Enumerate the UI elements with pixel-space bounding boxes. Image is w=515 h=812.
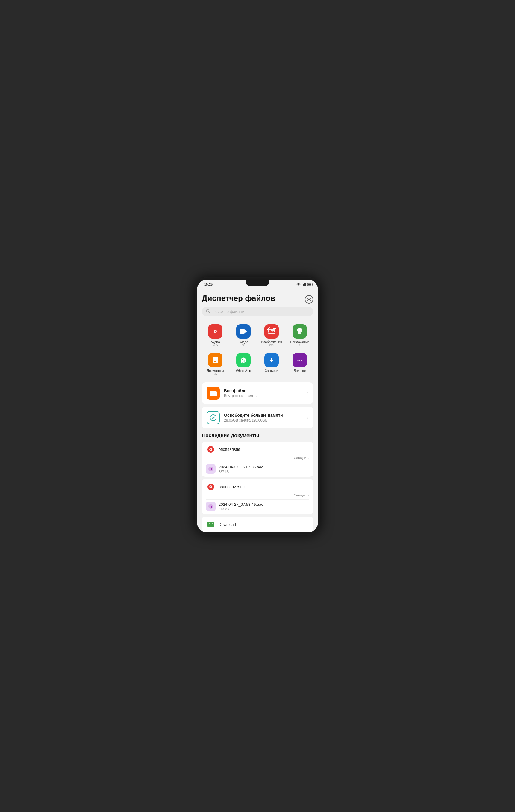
recent-name-0: 0505985859	[219, 447, 240, 452]
docs-count: 26	[213, 372, 217, 376]
category-apps[interactable]: Приложения 1	[286, 322, 313, 349]
audio-size-0: 387 kB	[219, 470, 263, 473]
cleanup-title: Освободите больше памяти	[224, 413, 307, 418]
audio-text-1: 2024-04-27_07.53.49.aac 373 kB	[219, 502, 263, 511]
image-count: 215	[269, 344, 274, 347]
main-content: Диспетчер файлов Поиск по файлам	[197, 288, 318, 532]
folder-icon	[207, 386, 220, 400]
all-files-text: Все файлы Внутренняя память	[224, 388, 307, 398]
svg-rect-14	[240, 329, 245, 334]
svg-point-33	[297, 359, 299, 361]
svg-point-34	[299, 359, 300, 361]
svg-rect-1	[303, 284, 304, 286]
search-bar[interactable]: Поиск по файлам	[202, 307, 313, 316]
wifi-icon	[296, 283, 301, 286]
divider-0	[206, 462, 309, 462]
more-label: Больше	[294, 369, 306, 372]
whatsapp-count: 0	[243, 372, 244, 376]
search-icon	[206, 309, 210, 314]
category-more[interactable]: Больше	[286, 351, 313, 378]
audio-size-1: 373 kB	[219, 507, 263, 511]
category-images[interactable]: Изображения 215	[258, 322, 285, 349]
recent-item-0[interactable]: 0505985859 Сегодня ›	[202, 442, 313, 477]
recent-icon-0	[206, 445, 216, 454]
recent-chevron-1: ›	[307, 493, 309, 498]
svg-point-25	[300, 332, 301, 332]
recent-date-2: Вчера	[297, 531, 306, 532]
battery-icon	[307, 283, 313, 286]
status-icons	[296, 283, 313, 286]
signal-icon	[302, 283, 306, 286]
eye-icon	[307, 297, 311, 301]
audio-icon	[208, 324, 222, 339]
status-time: 15:25	[204, 283, 213, 286]
downloads-label: Загрузки	[265, 369, 278, 372]
recent-row-2: Download	[206, 520, 309, 529]
audio-count: 285	[213, 344, 218, 347]
audio-row-1: 2024-04-27_07.53.49.aac 373 kB	[206, 501, 309, 511]
recent-date-row-1: Сегодня ›	[206, 493, 309, 498]
svg-point-13	[215, 331, 216, 332]
recent-icon-1	[206, 482, 216, 492]
svg-point-18	[270, 330, 271, 331]
svg-point-39	[210, 449, 211, 450]
svg-point-24	[299, 332, 299, 332]
audio-name-1: 2024-04-27_07.53.49.aac	[219, 502, 263, 507]
eye-button[interactable]	[305, 295, 313, 303]
recent-item-2[interactable]: Download Вчера ›	[202, 517, 313, 532]
apps-icon	[293, 324, 307, 339]
svg-line-10	[209, 312, 210, 313]
audio-icon-1	[206, 501, 216, 511]
svg-point-47	[212, 523, 213, 524]
recent-date-0: Сегодня	[294, 456, 306, 460]
category-docs[interactable]: Документы 26	[202, 351, 229, 378]
svg-rect-3	[305, 283, 306, 286]
svg-rect-6	[308, 284, 311, 285]
category-whatsapp[interactable]: WhatsApp 0	[230, 351, 257, 378]
svg-point-8	[308, 299, 310, 300]
video-count: 18	[242, 344, 245, 347]
audio-name-0: 2024-04-27_15.07.35.aac	[219, 465, 263, 469]
category-audio[interactable]: Аудио 285	[202, 322, 229, 349]
recent-chevron-0: ›	[307, 456, 309, 460]
whatsapp-icon	[236, 353, 251, 367]
divider-1	[206, 499, 309, 500]
svg-point-40	[208, 466, 213, 471]
docs-label: Документы	[207, 369, 224, 372]
all-files-subtitle: Внутренняя память	[224, 394, 307, 398]
cleanup-icon	[207, 411, 220, 424]
video-icon	[236, 324, 251, 339]
recent-chevron-2: ›	[307, 530, 309, 532]
recent-name-1: 380663027530	[219, 485, 245, 489]
svg-point-44	[208, 504, 213, 509]
search-placeholder: Поиск по файлам	[213, 309, 244, 314]
svg-point-36	[210, 415, 216, 421]
storage-cleanup-item[interactable]: Освободите больше памяти 28,06GB занято/…	[202, 407, 313, 429]
all-files-item[interactable]: Все файлы Внутренняя память ›	[202, 382, 313, 404]
category-downloads[interactable]: Загрузки	[258, 351, 285, 378]
downloads-icon	[264, 353, 279, 367]
cleanup-subtitle: 28,06GB занято/128,00GB	[224, 418, 307, 423]
category-video[interactable]: Видео 18	[230, 322, 257, 349]
svg-point-46	[209, 523, 210, 524]
recent-name-2: Download	[219, 522, 236, 527]
page-title: Диспетчер файлов	[202, 294, 275, 302]
recent-icon-2	[206, 520, 216, 529]
image-label: Изображения	[261, 340, 282, 344]
recent-item-1[interactable]: 380663027530 Сегодня ›	[202, 479, 313, 514]
header-row: Диспетчер файлов	[202, 294, 313, 303]
recent-date-row-0: Сегодня ›	[206, 456, 309, 460]
all-files-section: Все файлы Внутренняя память ›	[202, 382, 313, 404]
docs-icon	[208, 353, 222, 367]
cleanup-chevron: ›	[307, 415, 308, 420]
recent-date-row-2: Вчера ›	[206, 530, 309, 532]
svg-rect-0	[302, 285, 302, 286]
audio-label: Аудио	[211, 340, 220, 344]
whatsapp-label: WhatsApp	[236, 369, 251, 372]
svg-rect-2	[304, 283, 305, 286]
all-files-title: Все файлы	[224, 388, 307, 393]
recent-date-1: Сегодня	[294, 493, 306, 497]
svg-rect-45	[208, 522, 214, 527]
audio-icon-0	[206, 464, 216, 474]
category-grid: Аудио 285 Видео 18	[202, 322, 313, 378]
